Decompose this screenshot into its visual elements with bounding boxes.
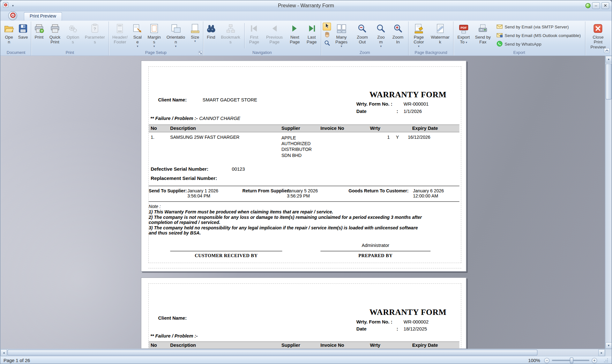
prepared-by-label: PREPARED BY [320,253,430,259]
options-button[interactable]: Options [64,21,82,50]
send-by-fax-button-label: Send by Fax [475,35,491,44]
page-setup-dialog-launcher[interactable] [198,51,202,55]
hand-tool-button[interactable] [323,31,331,39]
zoom-out-slider-button[interactable]: − [544,358,549,363]
previous-page-button[interactable]: Previous Page [263,21,286,50]
failure-problem-label: ** Failure / Problem :- [150,333,198,339]
previous-page-icon [269,23,280,34]
cell-no: 1. [149,135,168,140]
watermark-button[interactable]: Watermark [428,21,452,50]
return-from-supplier-value: January 5 2026 3:56:29 PM [287,189,318,199]
scale-button[interactable]: Scale ▾ [130,21,145,50]
orientation-button[interactable]: Orientation ▾ [164,21,188,50]
ribbon-group-label-navigation: Navigation [204,50,320,56]
save-floppy-icon [18,23,28,34]
vertical-scrollbar[interactable]: ▲ ▼ [605,56,612,349]
export-to-button[interactable]: PDF Export To ▾ [454,21,473,50]
titlebar[interactable]: ▾ Preview - Warranty Form – ✕ [0,0,612,11]
ribbon-group-print: ? Print Quick Print Options ? Parameters… [31,21,109,55]
horizontal-scrollbar-thumb[interactable] [7,350,537,355]
open-button[interactable]: Open [2,21,16,50]
gear-icon [68,23,78,34]
client-name-label: Client Name: [158,315,187,321]
zoom-slider-track[interactable] [552,360,589,361]
many-pages-button-label: Many Pages [334,35,349,44]
vertical-scrollbar-thumb[interactable] [606,63,611,100]
svg-text:?: ? [41,29,43,33]
ribbon-collapse-button[interactable] [604,48,609,53]
scroll-left-button[interactable]: ◄ [0,349,7,356]
scroll-down-button[interactable]: ▼ [605,342,612,349]
margins-button[interactable]: Margins ▾ [145,21,164,50]
page-indicator: Page 1 of 26 [4,358,35,363]
margins-icon [149,23,159,34]
first-page-button[interactable]: First Page [246,21,263,50]
col-header-wrty: Wrty [368,343,408,348]
find-button[interactable]: Find [204,21,218,50]
zoom-in-slider-button[interactable]: + [592,358,597,363]
print-button[interactable]: ? Print [32,21,46,50]
resize-grip[interactable] [603,358,608,363]
goods-return-value: January 6 2026 12:00:00 AM [413,189,444,199]
many-pages-button[interactable]: Many Pages ▾ [332,21,351,50]
send-by-fax-button[interactable]: Send by Fax [473,21,493,50]
parameters-button-label: Parameters [84,35,106,44]
scroll-right-button[interactable]: ► [598,349,605,356]
ribbon-group-label-document: Document [2,50,30,56]
horizontal-scrollbar[interactable]: ◄ ► [0,349,612,356]
send-to-supplier-value: January 1 2026 3:56:04 PM [187,189,218,199]
svg-text:?: ? [93,26,96,31]
statusbar: Page 1 of 26 100% − + [0,356,612,364]
col-header-description: Description [168,126,280,131]
page-color-button[interactable]: Page Color ▾ [409,21,428,50]
first-page-icon [249,23,259,34]
ribbon-group-label-close [586,55,610,55]
col-header-no: No [149,126,168,131]
next-page-button[interactable]: Next Page [286,21,303,50]
minimize-button[interactable]: – [592,2,600,9]
zoom-out-button[interactable]: Zoom Out [351,21,374,50]
send-whatsapp-button[interactable]: Send by WhatsApp [495,40,583,48]
quick-access-dropdown-icon[interactable]: ▾ [11,3,15,8]
pointer-tool-button[interactable] [323,23,331,30]
zoom-in-button[interactable]: Zoom In [388,21,408,50]
client-name-value: SMART GADGET STORE [203,97,257,103]
col-header-invoice-no: Invoice No [318,343,368,348]
header-footer-button[interactable]: Header/Footer [110,21,131,50]
scroll-up-button[interactable]: ▲ [605,56,612,63]
bookmarks-button[interactable]: Bookmarks [218,21,243,50]
save-button[interactable]: Save [16,21,30,50]
note-line-2: 2) The company is not responsible for an… [149,215,424,225]
size-button[interactable]: Size ▾ [188,21,202,50]
items-table: No Description Supplier Invoice No Wrty … [149,124,459,158]
quick-print-button[interactable]: Quick Print [46,21,63,50]
ribbon-group-document: Open Save Document [1,21,31,55]
bookmarks-tree-icon [226,23,236,34]
chevron-down-icon: ▾ [418,45,420,48]
status-orb-icon [586,3,591,8]
send-email-outlook-button[interactable]: Send by Email (MS Outlook compatible) [495,31,583,40]
application-menu-button[interactable] [8,11,17,20]
email-outlook-icon [496,32,503,39]
date-colon: : [397,108,398,114]
ribbon-group-export: PDF Export To ▾ Send by Fax Send by Emai… [453,21,585,55]
cell-wrty-flag: Y [396,135,399,140]
form-title: WARRANTY FORM [369,90,447,100]
close-window-button[interactable]: ✕ [601,2,609,9]
chevron-down-icon: ▾ [466,41,467,44]
chevron-down-icon: ▾ [194,40,196,43]
send-email-smtp-button[interactable]: Send by Email (via SMTP Server) [495,23,583,31]
zoom-button-label: Zoom [376,35,386,44]
footer-margin-guide [148,268,461,268]
ribbon-group-label-page-background: Page Background [409,50,452,56]
magnifier-tool-button[interactable] [323,40,331,48]
last-page-button[interactable]: Last Page [303,21,320,50]
zoom-button[interactable]: Zoom ▾ [374,21,388,50]
tab-print-preview[interactable]: Print Preview [24,12,62,21]
window-title: Preview - Warranty Form [0,3,612,9]
parameters-button[interactable]: ? Parameters [82,21,108,50]
watermark-icon [435,23,445,34]
chevron-down-icon: ▾ [153,45,155,48]
preview-area[interactable]: Client Name: SMART GADGET STORE WARRANTY… [0,56,612,349]
zoom-slider-thumb[interactable] [570,357,573,363]
